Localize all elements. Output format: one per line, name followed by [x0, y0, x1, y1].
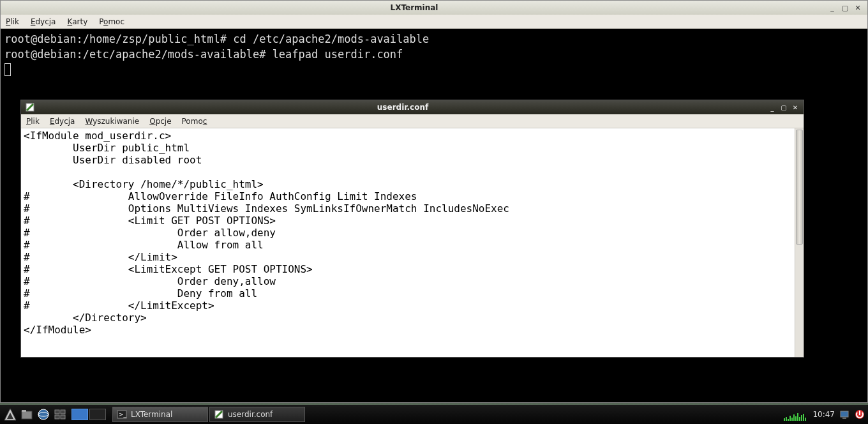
svg-rect-5 — [55, 410, 59, 414]
svg-rect-2 — [22, 410, 26, 412]
cpu-graph[interactable] — [783, 407, 809, 421]
terminal-line: root@debian:/etc/apache2/mods-available#… — [4, 48, 403, 61]
menu-edit[interactable]: Edycja — [31, 17, 56, 26]
start-menu-button[interactable] — [3, 407, 18, 422]
menu-search[interactable]: Wyszukiwanie — [85, 117, 139, 126]
svg-rect-7 — [55, 415, 59, 419]
desktop: LXTerminal _ ▢ ✕ Plik Edycja Karty Pomoc… — [0, 0, 868, 424]
svg-rect-13 — [842, 418, 846, 419]
file-manager-icon[interactable] — [19, 407, 34, 422]
web-browser-icon[interactable] — [36, 407, 51, 422]
close-button[interactable]: ✕ — [853, 3, 862, 12]
menu-help[interactable]: Pomoc — [99, 17, 124, 26]
menu-edit[interactable]: Edycja — [50, 117, 75, 126]
workspace-pager — [71, 409, 106, 420]
svg-rect-8 — [61, 415, 65, 419]
task-label: userdir.conf — [228, 410, 273, 419]
screen-lock-icon[interactable] — [839, 409, 850, 420]
editor-scrollbar[interactable] — [795, 128, 804, 357]
menu-help[interactable]: Pomoc — [182, 117, 207, 126]
menu-options[interactable]: Opcje — [149, 117, 171, 126]
terminal-titlebar[interactable]: LXTerminal _ ▢ ✕ — [1, 1, 867, 15]
scrollbar-thumb[interactable] — [796, 130, 803, 245]
leafpad-icon — [25, 102, 35, 112]
system-tray: 10:47 — [783, 407, 868, 421]
iconify-button[interactable] — [52, 407, 68, 422]
logout-icon[interactable] — [854, 409, 865, 420]
menu-file[interactable]: Plik — [26, 117, 40, 126]
terminal-cursor — [4, 63, 11, 76]
svg-rect-1 — [22, 411, 32, 419]
task-leafpad[interactable]: userdir.conf — [209, 407, 305, 422]
task-label: LXTerminal — [131, 410, 172, 419]
task-lxterminal[interactable]: >_ LXTerminal — [112, 407, 208, 422]
menu-file[interactable]: Plik — [6, 17, 19, 26]
maximize-button[interactable]: ▢ — [779, 103, 788, 112]
leafpad-icon — [214, 409, 224, 420]
menu-tabs[interactable]: Karty — [67, 17, 87, 26]
minimize-button[interactable]: _ — [828, 3, 837, 12]
leafpad-menubar: Plik Edycja Wyszukiwanie Opcje Pomoc — [21, 114, 804, 128]
svg-rect-15 — [859, 411, 860, 415]
taskbar: >_ LXTerminal userdir.conf 10:47 — [0, 405, 868, 424]
terminal-icon: >_ — [117, 409, 127, 420]
task-list: >_ LXTerminal userdir.conf — [112, 407, 305, 422]
svg-point-3 — [38, 409, 49, 420]
minimize-button[interactable]: _ — [768, 103, 777, 112]
leafpad-titlebar[interactable]: userdir.conf _ ▢ ✕ — [21, 100, 804, 114]
leafpad-window: userdir.conf _ ▢ ✕ Plik Edycja Wyszukiwa… — [20, 100, 804, 358]
svg-rect-12 — [841, 411, 848, 417]
svg-rect-6 — [61, 410, 65, 414]
svg-text:>_: >_ — [119, 411, 127, 418]
workspace-1[interactable] — [71, 409, 88, 420]
clock[interactable]: 10:47 — [812, 410, 835, 419]
launcher-area — [0, 407, 68, 422]
terminal-title-text: LXTerminal — [1, 3, 828, 12]
terminal-menubar: Plik Edycja Karty Pomoc — [1, 15, 867, 29]
workspace-2[interactable] — [89, 409, 106, 420]
maximize-button[interactable]: ▢ — [841, 3, 849, 12]
leafpad-title-text: userdir.conf — [38, 103, 768, 112]
terminal-line: root@debian:/home/zsp/public_html# cd /e… — [4, 33, 429, 45]
editor-content[interactable]: <IfModule mod_userdir.c> UserDir public_… — [21, 128, 795, 357]
close-button[interactable]: ✕ — [791, 103, 800, 112]
